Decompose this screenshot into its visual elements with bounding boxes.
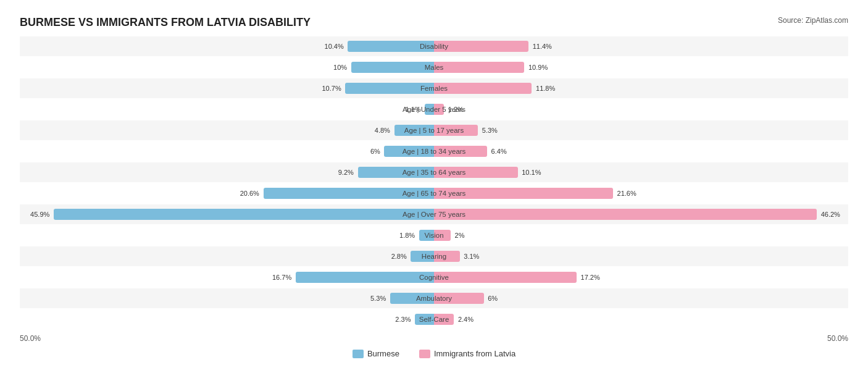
axis-row: 50.0% 50.0% (20, 330, 848, 345)
bar-val-left: 45.9% (30, 211, 49, 218)
bar-left (384, 146, 434, 157)
bar-val-left: 2.8% (391, 253, 407, 260)
bar-left (394, 125, 434, 136)
bar-right (434, 209, 817, 220)
bar-val-right: 1.2% (448, 106, 464, 113)
bar-val-left: 10% (333, 64, 347, 71)
bar-val-left: 5.3% (370, 295, 386, 302)
bar-row: Cognitive16.7%17.2% (20, 267, 848, 287)
bar-right (434, 125, 478, 136)
bar-right (434, 188, 613, 199)
legend-burmese: Burmese (353, 349, 399, 358)
bar-val-right: 6% (488, 295, 498, 302)
bar-row: Age | 5 to 17 years4.8%5.3% (20, 120, 848, 140)
bar-row: Hearing2.8%3.1% (20, 246, 848, 266)
bar-val-right: 10.1% (522, 169, 541, 176)
bar-left (54, 209, 434, 220)
chart-area: Disability10.4%11.4%Males10%10.9%Females… (20, 36, 848, 329)
bar-val-right: 46.2% (821, 211, 840, 218)
legend-latvia: Immigrants from Latvia (419, 349, 515, 358)
bar-val-left: 1.1% (405, 106, 420, 113)
bar-val-right: 11.8% (536, 85, 555, 92)
bar-right (434, 41, 528, 52)
bar-val-right: 11.4% (533, 43, 552, 50)
bar-left (296, 272, 434, 283)
bar-val-right: 2% (455, 232, 465, 239)
bar-row: Age | 18 to 34 years6%6.4% (20, 141, 848, 161)
bar-val-right: 2.4% (458, 316, 474, 323)
bar-val-right: 3.1% (464, 253, 479, 260)
bar-row: Age | Under 5 years1.1%1.2% (20, 99, 848, 119)
bar-val-left: 6% (370, 148, 380, 155)
chart-source: Source: ZipAtlas.com (778, 16, 848, 25)
bar-row: Females10.7%11.8% (20, 78, 848, 98)
bar-row: Vision1.8%2% (20, 225, 848, 245)
bar-right (434, 146, 487, 157)
bar-val-right: 6.4% (491, 148, 507, 155)
axis-left: 50.0% (20, 334, 41, 343)
bar-left (415, 314, 434, 325)
bar-val-left: 16.7% (272, 274, 291, 281)
bar-val-left: 20.6% (240, 190, 259, 197)
bar-val-left: 9.2% (338, 169, 354, 176)
bar-row: Age | 35 to 64 years9.2%10.1% (20, 162, 848, 182)
legend: Burmese Immigrants from Latvia (20, 349, 848, 358)
bar-val-right: 5.3% (482, 127, 498, 134)
bar-val-right: 10.9% (528, 64, 548, 71)
legend-latvia-label: Immigrants from Latvia (434, 349, 515, 358)
legend-latvia-box (419, 350, 430, 358)
bar-row: Self-Care2.3%2.4% (20, 309, 848, 329)
bar-val-left: 10.7% (322, 85, 341, 92)
legend-burmese-box (353, 350, 364, 358)
chart-title: BURMESE VS IMMIGRANTS FROM LATVIA DISABI… (20, 16, 311, 29)
bar-left (390, 293, 434, 304)
bar-right (434, 104, 444, 115)
bar-left (264, 188, 434, 199)
bar-right (434, 314, 454, 325)
bar-right (434, 251, 460, 262)
bar-val-left: 10.4% (325, 43, 344, 50)
bar-row: Males10%10.9% (20, 57, 848, 77)
bar-right (434, 272, 577, 283)
bar-left (358, 167, 434, 178)
chart-header: BURMESE VS IMMIGRANTS FROM LATVIA DISABI… (20, 16, 848, 29)
legend-burmese-label: Burmese (367, 349, 399, 358)
bar-val-left: 4.8% (375, 127, 390, 134)
bar-left (411, 251, 434, 262)
bar-left (351, 62, 434, 73)
bar-row: Disability10.4%11.4% (20, 36, 848, 56)
bar-right (434, 230, 451, 241)
bar-left (419, 230, 434, 241)
bar-right (434, 83, 532, 94)
bar-left (345, 83, 434, 94)
bar-row: Ambulatory5.3%6% (20, 288, 848, 308)
bar-val-right: 21.6% (617, 190, 636, 197)
bar-val-left: 2.3% (395, 316, 411, 323)
bar-val-left: 1.8% (399, 232, 415, 239)
bar-row: Age | Over 75 years45.9%46.2% (20, 204, 848, 224)
bar-left (425, 104, 434, 115)
bar-right (434, 167, 518, 178)
bar-val-right: 17.2% (581, 274, 600, 281)
axis-right: 50.0% (827, 334, 848, 343)
bar-right (434, 62, 524, 73)
bar-row: Age | 65 to 74 years20.6%21.6% (20, 183, 848, 203)
chart-container: BURMESE VS IMMIGRANTS FROM LATVIA DISABI… (10, 10, 858, 368)
bar-right (434, 293, 484, 304)
bar-left (348, 41, 434, 52)
